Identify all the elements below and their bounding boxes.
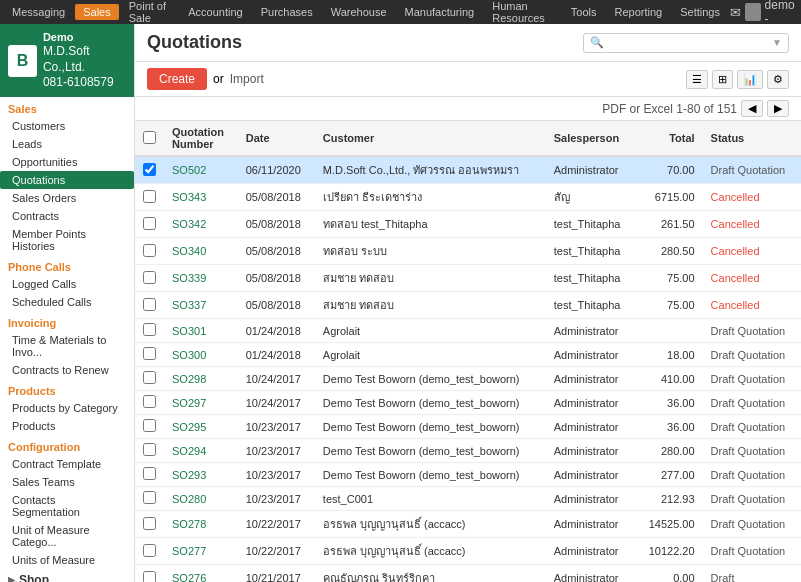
sidebar-item-contacts-segmentation[interactable]: Contacts Segmentation (0, 491, 134, 521)
cell-quotation-number[interactable]: SO339 (164, 265, 238, 292)
row-checkbox[interactable] (143, 517, 156, 530)
sidebar-item-scheduled-calls[interactable]: Scheduled Calls (0, 293, 134, 311)
sidebar-item-contracts-renew[interactable]: Contracts to Renew (0, 361, 134, 379)
row-checkbox-cell[interactable] (135, 565, 164, 583)
sidebar-item-sales-orders[interactable]: Sales Orders (0, 189, 134, 207)
select-all-checkbox[interactable] (143, 131, 156, 144)
row-checkbox-cell[interactable] (135, 156, 164, 184)
row-checkbox-cell[interactable] (135, 238, 164, 265)
search-box[interactable]: 🔍 ▼ (583, 33, 789, 53)
nav-point-of-sale[interactable]: Point of Sale (121, 0, 179, 26)
nav-human-resources[interactable]: Human Resources (484, 0, 561, 26)
nav-settings[interactable]: Settings (672, 4, 728, 20)
cell-quotation-number[interactable]: SO276 (164, 565, 238, 583)
sidebar-item-contract-template[interactable]: Contract Template (0, 455, 134, 473)
nav-warehouse[interactable]: Warehouse (323, 4, 395, 20)
row-checkbox[interactable] (143, 217, 156, 230)
sidebar-item-customers[interactable]: Customers (0, 117, 134, 135)
list-view-button[interactable]: ☰ (686, 70, 708, 89)
cell-quotation-number[interactable]: SO502 (164, 156, 238, 184)
sidebar-item-opportunities[interactable]: Opportunities (0, 153, 134, 171)
nav-purchases[interactable]: Purchases (253, 4, 321, 20)
row-checkbox-cell[interactable] (135, 538, 164, 565)
row-checkbox[interactable] (143, 244, 156, 257)
row-checkbox[interactable] (143, 467, 156, 480)
prev-page-button[interactable]: ◀ (741, 100, 763, 117)
row-checkbox[interactable] (143, 443, 156, 456)
row-checkbox[interactable] (143, 347, 156, 360)
row-checkbox-cell[interactable] (135, 367, 164, 391)
sidebar-item-quotations[interactable]: Quotations (0, 171, 134, 189)
row-checkbox[interactable] (143, 544, 156, 557)
row-checkbox[interactable] (143, 163, 156, 176)
cell-quotation-number[interactable]: SO343 (164, 184, 238, 211)
search-input[interactable] (608, 36, 768, 50)
nav-sales[interactable]: Sales (75, 4, 119, 20)
row-checkbox-cell[interactable] (135, 319, 164, 343)
create-button[interactable]: Create (147, 68, 207, 90)
import-button[interactable]: Import (230, 72, 264, 86)
col-date[interactable]: Date (238, 121, 315, 156)
cell-quotation-number[interactable]: SO340 (164, 238, 238, 265)
nav-manufacturing[interactable]: Manufacturing (397, 4, 483, 20)
cell-quotation-number[interactable]: SO280 (164, 487, 238, 511)
next-page-button[interactable]: ▶ (767, 100, 789, 117)
row-checkbox-cell[interactable] (135, 463, 164, 487)
sidebar-item-uom[interactable]: Units of Measure (0, 551, 134, 569)
cell-quotation-number[interactable]: SO301 (164, 319, 238, 343)
row-checkbox-cell[interactable] (135, 211, 164, 238)
col-salesperson[interactable]: Salesperson (546, 121, 636, 156)
sidebar-item-member-points[interactable]: Member Points Histories (0, 225, 134, 255)
graph-view-button[interactable]: 📊 (737, 70, 763, 89)
nav-messaging[interactable]: Messaging (4, 4, 73, 20)
row-checkbox[interactable] (143, 271, 156, 284)
nav-accounting[interactable]: Accounting (180, 4, 250, 20)
row-checkbox-cell[interactable] (135, 265, 164, 292)
cell-quotation-number[interactable]: SO294 (164, 439, 238, 463)
row-checkbox[interactable] (143, 419, 156, 432)
envelope-icon[interactable]: ✉ (730, 5, 741, 20)
kanban-view-button[interactable]: ⊞ (712, 70, 733, 89)
cell-quotation-number[interactable]: SO295 (164, 415, 238, 439)
nav-tools[interactable]: Tools (563, 4, 605, 20)
row-checkbox[interactable] (143, 190, 156, 203)
col-total[interactable]: Total (635, 121, 702, 156)
sidebar-item-sales-teams[interactable]: Sales Teams (0, 473, 134, 491)
row-checkbox-cell[interactable] (135, 292, 164, 319)
sidebar-item-contracts[interactable]: Contracts (0, 207, 134, 225)
col-quotation-number[interactable]: QuotationNumber (164, 121, 238, 156)
col-status[interactable]: Status (703, 121, 801, 156)
sidebar-item-products-by-category[interactable]: Products by Category (0, 399, 134, 417)
row-checkbox-cell[interactable] (135, 487, 164, 511)
sidebar-item-uom-category[interactable]: Unit of Measure Catego... (0, 521, 134, 551)
select-all-header[interactable] (135, 121, 164, 156)
row-checkbox-cell[interactable] (135, 415, 164, 439)
sidebar-item-time-materials[interactable]: Time & Materials to Invo... (0, 331, 134, 361)
cell-quotation-number[interactable]: SO300 (164, 343, 238, 367)
cell-quotation-number[interactable]: SO337 (164, 292, 238, 319)
sidebar-item-products[interactable]: Products (0, 417, 134, 435)
nav-reporting[interactable]: Reporting (607, 4, 671, 20)
row-checkbox-cell[interactable] (135, 184, 164, 211)
row-checkbox[interactable] (143, 571, 156, 583)
row-checkbox[interactable] (143, 298, 156, 311)
sidebar-item-leads[interactable]: Leads (0, 135, 134, 153)
cell-quotation-number[interactable]: SO298 (164, 367, 238, 391)
cell-quotation-number[interactable]: SO297 (164, 391, 238, 415)
cell-quotation-number[interactable]: SO277 (164, 538, 238, 565)
row-checkbox-cell[interactable] (135, 439, 164, 463)
settings-view-button[interactable]: ⚙ (767, 70, 789, 89)
search-dropdown-icon[interactable]: ▼ (772, 37, 782, 48)
row-checkbox-cell[interactable] (135, 343, 164, 367)
sidebar-section-shop[interactable]: ▶ Shop (0, 569, 134, 582)
row-checkbox[interactable] (143, 323, 156, 336)
cell-quotation-number[interactable]: SO293 (164, 463, 238, 487)
col-customer[interactable]: Customer (315, 121, 546, 156)
cell-quotation-number[interactable]: SO278 (164, 511, 238, 538)
row-checkbox[interactable] (143, 395, 156, 408)
sidebar-item-logged-calls[interactable]: Logged Calls (0, 275, 134, 293)
row-checkbox[interactable] (143, 371, 156, 384)
row-checkbox[interactable] (143, 491, 156, 504)
row-checkbox-cell[interactable] (135, 511, 164, 538)
row-checkbox-cell[interactable] (135, 391, 164, 415)
